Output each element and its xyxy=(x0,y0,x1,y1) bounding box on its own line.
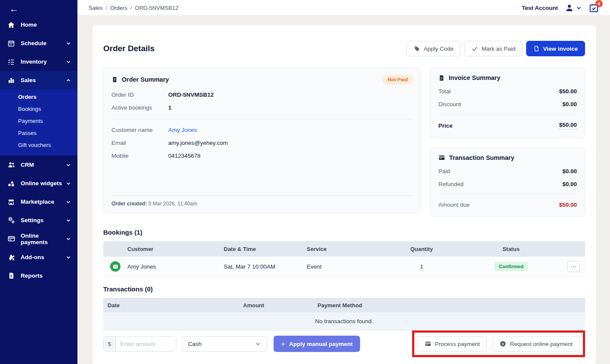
transactions-table-header: Date Amount Payment Method xyxy=(103,298,585,312)
order-created-label: Order created: xyxy=(111,201,147,207)
mark-as-paid-button[interactable]: Mark as Paid xyxy=(464,41,523,56)
chevron-down-icon xyxy=(65,236,71,242)
chevron-down-icon xyxy=(255,341,261,347)
mobile-row: Mobile 0412345678 xyxy=(111,153,413,159)
payment-method-value: Cash xyxy=(188,341,202,347)
payment-method-select[interactable]: Cash xyxy=(182,336,267,352)
chevron-down-icon xyxy=(65,199,71,205)
col-amount: Amount xyxy=(243,302,317,309)
sidebar-item-label: Inventory xyxy=(21,58,47,65)
sidebar-item-sales[interactable]: Sales xyxy=(0,71,77,89)
sidebar-item-marketplace[interactable]: Marketplace xyxy=(0,193,77,211)
refunded-label: Refunded xyxy=(438,181,464,187)
breadcrumb: Sales / Orders / ORD-5NVMSB12 xyxy=(89,5,179,11)
receipt-icon xyxy=(111,76,118,83)
sidebar-item-label: Reports xyxy=(21,272,43,279)
content-area: Order Details Apply Code Mark as Paid Vi… xyxy=(77,16,610,364)
currency-prefix: $ xyxy=(104,336,116,351)
credit-card-icon xyxy=(438,154,445,161)
discount-value: $0.00 xyxy=(562,101,577,107)
divider xyxy=(438,194,577,194)
puzzle-icon xyxy=(7,253,15,262)
sidebar-item-schedule[interactable]: Schedule xyxy=(0,34,77,52)
order-created-value: 5 Mar 2026, 11:40am xyxy=(147,201,197,207)
request-online-payment-label: Request online payment xyxy=(510,341,573,347)
booking-service: Event xyxy=(307,263,366,270)
divider xyxy=(111,119,413,119)
apply-code-button[interactable]: Apply Code xyxy=(407,41,461,56)
order-summary-card: Order Summary Not Paid Order ID ORD-5NVM… xyxy=(103,67,422,214)
active-bookings-row: Active bookings 1 xyxy=(111,104,413,111)
apply-manual-payment-button[interactable]: + Apply manual payment xyxy=(274,336,360,352)
customer-name-link[interactable]: Amy Jones xyxy=(168,127,197,133)
amount-input-group: $ xyxy=(103,336,176,352)
summary-grid: Order Summary Not Paid Order ID ORD-5NVM… xyxy=(103,67,585,217)
paid-row: Paid $0.00 xyxy=(438,168,577,174)
email-value: amy.jones@yehey.com xyxy=(168,140,228,146)
file-icon xyxy=(533,46,539,52)
sidebar-item-gift-vouchers[interactable]: Gift vouchers xyxy=(0,139,77,151)
back-arrow-icon[interactable]: ← xyxy=(9,4,18,14)
sidebar-item-inventory[interactable]: Inventory xyxy=(0,52,77,71)
payment-bar: $ Cash + Apply manual payment Process pa… xyxy=(103,330,585,357)
breadcrumb-orders[interactable]: Orders xyxy=(110,5,127,11)
apply-code-label: Apply Code xyxy=(424,46,454,52)
total-row: Total $50.00 xyxy=(438,88,577,95)
sidebar-item-online-payments[interactable]: Online payments xyxy=(0,229,77,248)
sidebar-back-row: ← xyxy=(0,0,77,15)
amount-input[interactable] xyxy=(116,336,176,351)
discount-label: Discount xyxy=(438,101,461,107)
invoice-summary-header: Invoice Summary xyxy=(438,74,577,81)
credit-card-icon xyxy=(7,235,15,243)
sidebar-item-add-ons[interactable]: Add-ons xyxy=(0,248,77,266)
main-column: Sales / Orders / ORD-5NVMSB12 Test Accou… xyxy=(77,0,610,364)
col-quantity: Quantity xyxy=(366,246,478,252)
order-id-row: Order ID ORD-5NVMSB12 xyxy=(111,92,413,98)
sidebar-item-settings[interactable]: Settings xyxy=(0,211,77,229)
view-invoice-button[interactable]: View invoice xyxy=(526,41,585,56)
sidebar-item-reports[interactable]: Reports xyxy=(0,266,77,285)
calendar-icon xyxy=(7,39,15,48)
row-menu-button[interactable]: ⋯ xyxy=(567,261,580,272)
bookings-table: Customer Date & Time Service Quantity St… xyxy=(103,241,585,277)
sidebar-item-online-widgets[interactable]: Online widgets xyxy=(0,174,77,193)
transactions-heading: Transactions (0) xyxy=(103,285,585,293)
divider xyxy=(438,114,577,114)
topbar-right: Test Account 8 xyxy=(522,3,601,13)
chevron-down-icon xyxy=(65,217,71,223)
bot-face-icon xyxy=(113,265,118,269)
user-menu[interactable] xyxy=(565,3,582,12)
process-payment-button[interactable]: Process payment xyxy=(417,336,487,352)
col-customer: Customer xyxy=(127,246,224,252)
view-invoice-label: View invoice xyxy=(543,46,578,52)
col-date: Date xyxy=(103,302,243,309)
breadcrumb-sales[interactable]: Sales xyxy=(89,5,103,11)
sidebar-item-crm[interactable]: CRM xyxy=(0,156,77,174)
col-payment-method: Payment Method xyxy=(317,302,585,309)
transactions-table: Date Amount Payment Method No transactio… xyxy=(103,298,585,330)
sidebar-item-payments[interactable]: Payments xyxy=(0,115,77,127)
invoice-summary-card: Invoice Summary Total $50.00 Discount $0… xyxy=(430,67,585,138)
notifications-button[interactable]: 8 xyxy=(589,3,599,13)
booking-datetime: Sat, Mar 7 10:00AM xyxy=(224,263,307,270)
request-online-payment-button[interactable]: $ Request online payment xyxy=(492,336,580,352)
sidebar-item-passes[interactable]: Passes xyxy=(0,127,77,139)
chevron-up-icon xyxy=(65,77,71,83)
document-icon xyxy=(7,272,15,280)
sidebar-item-home[interactable]: Home xyxy=(0,15,77,34)
panel-header: Order Details Apply Code Mark as Paid Vi… xyxy=(103,41,585,56)
bar-chart-icon xyxy=(7,76,15,85)
col-status: Status xyxy=(478,246,545,252)
account-name: Test Account xyxy=(522,5,558,11)
sidebar-item-label: Add-ons xyxy=(21,254,44,260)
topbar: Sales / Orders / ORD-5NVMSB12 Test Accou… xyxy=(77,0,610,16)
amount-due-row: Amount due $50.00 xyxy=(438,202,577,208)
sidebar-item-bookings[interactable]: Bookings xyxy=(0,103,77,115)
gears-icon xyxy=(7,216,15,225)
sidebar-item-orders[interactable]: Orders xyxy=(0,91,77,103)
email-row: Email amy.jones@yehey.com xyxy=(111,140,413,146)
order-details-panel: Order Details Apply Code Mark as Paid Vi… xyxy=(92,25,596,364)
refunded-value: $0.00 xyxy=(562,181,577,187)
mark-as-paid-label: Mark as Paid xyxy=(481,46,515,52)
transaction-summary-header: Transaction Summary xyxy=(438,154,577,161)
